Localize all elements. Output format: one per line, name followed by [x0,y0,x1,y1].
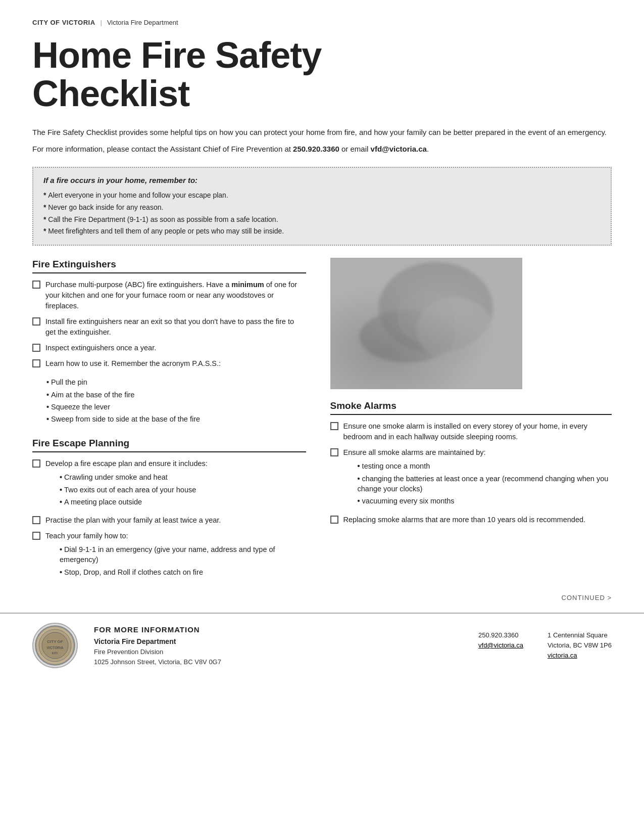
checkbox-8[interactable] [330,422,338,430]
footer-logo-svg: CITY OF VICTORIA EST. [35,625,75,666]
footer-email-link[interactable]: vfd@victoria.ca [478,641,523,650]
fire-box-item-4: Meet firefighters and tell them of any p… [43,225,601,238]
svg-text:EST.: EST. [52,652,59,655]
checkbox-6[interactable] [32,516,40,524]
escape-item-3-text: Teach your family how to: [45,532,128,540]
extinguisher-item-2: Install fire extinguishers near an exit … [32,316,306,338]
dept-label: Victoria Fire Department [107,18,178,27]
smoke-item-3: Replacing smoke alarms that are more tha… [330,515,612,525]
fire-image [330,258,522,389]
header-divider: | [101,18,102,27]
checkbox-9[interactable] [330,448,338,456]
escape-sub-2: Two exits out of each area of your house [60,484,208,496]
checkbox-4[interactable] [32,359,40,367]
fire-image-svg [331,258,522,389]
checkbox-1[interactable] [32,281,40,289]
header-bar: CITY OF VICTORIA | Victoria Fire Departm… [0,0,644,32]
title-line1: Home Fire Safety [32,36,612,75]
svg-point-1 [378,262,493,353]
fire-box-list: Alert everyone in your home and follow y… [43,190,601,237]
city-label: CITY OF VICTORIA [32,18,95,27]
footer-info: FOR MORE INFORMATION Victoria Fire Depar… [94,624,462,667]
svg-text:VICTORIA: VICTORIA [46,646,63,650]
intro-section: The Fire Safety Checklist provides some … [0,113,644,155]
title-line2: Checklist [32,75,612,113]
extinguisher-item-4-text: Learn how to use it. Remember the acrony… [45,358,221,369]
fire-box-title: If a fire occurs in your home, remember … [43,175,601,186]
maintain-sub-2: changing the batteries at least once a y… [358,473,612,495]
fire-box-item-3: Call the Fire Department (9-1-1) as soon… [43,214,601,226]
intro-para1: The Fire Safety Checklist provides some … [32,127,612,138]
escape-sub-list: Crawling under smoke and heat Two exits … [45,469,208,510]
svg-point-2 [359,310,455,362]
footer-dept-name: Victoria Fire Department [94,637,462,647]
footer-address: 1025 Johnson Street, Victoria, BC V8V 0G… [94,657,462,667]
footer-website-link[interactable]: victoria.ca [548,651,612,660]
fire-image-inner [331,258,522,389]
footer-address2-line1: 1 Centennial Square [548,631,612,640]
svg-text:CITY OF: CITY OF [47,639,63,644]
checkbox-10[interactable] [330,516,338,524]
fire-escape-section: Fire Escape Planning Develop a fire esca… [32,437,306,580]
pass-item-4: Sweep from side to side at the base of t… [46,413,306,425]
checkbox-5[interactable] [32,459,40,468]
smoke-item-1: Ensure one smoke alarm is installed on e… [330,421,612,442]
footer-division: Fire Prevention Division [94,647,462,657]
intro-para2-suffix: . [427,145,429,153]
svg-point-3 [417,297,493,362]
pass-list: Pull the pin Aim at the base of the fire… [32,374,306,427]
extinguisher-item-2-text: Install fire extinguishers near an exit … [45,316,306,338]
smoke-alarms-title: Smoke Alarms [330,399,612,415]
escape-item-3: Teach your family how to: Dial 9-1-1 in … [32,531,306,580]
checkbox-2[interactable] [32,317,40,326]
footer-phone: 250.920.3360 [478,631,523,640]
main-title: Home Fire Safety Checklist [0,32,644,113]
fire-escape-title: Fire Escape Planning [32,437,306,453]
footer-more-info-label: FOR MORE INFORMATION [94,624,462,635]
fire-box: If a fire occurs in your home, remember … [32,167,612,245]
intro-para2-mid: or email [339,145,371,153]
fire-box-item-1: Alert everyone in your home and follow y… [43,190,601,202]
smoke-item-3-text: Replacing smoke alarms that are more tha… [343,515,586,525]
footer-contact-col2: 1 Centennial Square Victoria, BC V8W 1P6… [548,631,612,661]
svg-rect-5 [331,258,522,389]
checkbox-7[interactable] [32,532,40,540]
footer-logo-inner: CITY OF VICTORIA EST. [35,625,75,666]
extinguisher-item-3: Inspect extinguishers once a year. [32,343,306,353]
extinguisher-item-4: Learn how to use it. Remember the acrony… [32,358,306,369]
teach-sub-1: Dial 9-1-1 in an emergency (give your na… [60,543,306,566]
content-grid: Fire Extinguishers Purchase multi-purpos… [0,258,644,589]
smoke-item-2-text: Ensure all smoke alarms are maintained b… [343,448,486,456]
left-column: Fire Extinguishers Purchase multi-purpos… [32,258,322,589]
fire-box-item-2: Never go back inside for any reason. [43,202,601,214]
escape-item-1: Develop a fire escape plan and ensure it… [32,458,306,510]
escape-item-1-content: Develop a fire escape plan and ensure it… [45,458,208,510]
checkbox-3[interactable] [32,344,40,352]
intro-para2-prefix: For more information, please contact the… [32,145,293,153]
footer-contact: 250.920.3360 vfd@victoria.ca 1 Centennia… [478,631,612,661]
intro-para2: For more information, please contact the… [32,144,612,155]
extinguisher-item-3-text: Inspect extinguishers once a year. [45,343,156,353]
page: CITY OF VICTORIA | Victoria Fire Departm… [0,0,644,834]
continued-label: CONTINUED > [0,589,644,603]
escape-item-2: Practise the plan with your family at le… [32,515,306,526]
smoke-item-1-text: Ensure one smoke alarm is installed on e… [343,421,612,442]
extinguisher-item-1-text: Purchase multi-purpose (ABC) fire exting… [45,280,306,311]
svg-point-8 [42,632,68,659]
footer-address2-line2: Victoria, BC V8W 1P6 [548,641,612,650]
svg-point-4 [398,291,455,343]
smoke-item-2: Ensure all smoke alarms are maintained b… [330,447,612,509]
footer: CITY OF VICTORIA EST. FOR MORE INFORMATI… [0,613,644,677]
escape-sub-3: A meeting place outside [60,496,208,508]
smoke-alarms-section: Smoke Alarms Ensure one smoke alarm is i… [330,399,612,525]
maintain-sub-1: testing once a month [358,460,612,472]
extinguisher-item-1: Purchase multi-purpose (ABC) fire exting… [32,280,306,311]
intro-phone: 250.920.3360 [293,145,339,153]
footer-contact-col1: 250.920.3360 vfd@victoria.ca [478,631,523,661]
fire-extinguishers-section: Fire Extinguishers Purchase multi-purpos… [32,258,306,428]
escape-item-3-content: Teach your family how to: Dial 9-1-1 in … [45,531,306,580]
pass-item-1: Pull the pin [46,376,306,388]
escape-sub-1: Crawling under smoke and heat [60,471,208,483]
pass-item-3: Squeeze the lever [46,401,306,413]
escape-item-2-text: Practise the plan with your family at le… [45,515,221,526]
